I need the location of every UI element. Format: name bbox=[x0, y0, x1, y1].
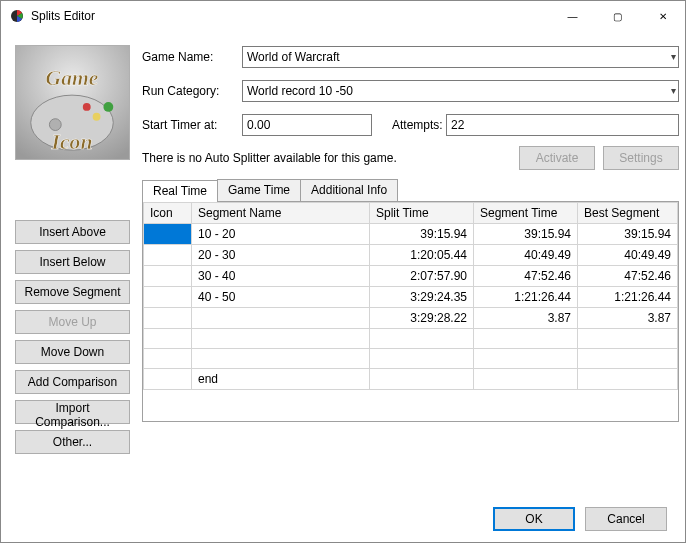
col-icon[interactable]: Icon bbox=[144, 203, 192, 224]
app-icon bbox=[9, 8, 25, 24]
cell-split-time[interactable]: 1:20:05.44 bbox=[370, 245, 474, 266]
maximize-button[interactable]: ▢ bbox=[595, 1, 640, 31]
table-row[interactable]: 20 - 301:20:05.4440:49.4940:49.49 bbox=[144, 245, 678, 266]
cell-segment-name[interactable]: 40 - 50 bbox=[192, 287, 370, 308]
tab-strip: Real Time Game Time Additional Info bbox=[142, 179, 679, 202]
cell-icon[interactable] bbox=[144, 329, 192, 349]
cell-segment-time[interactable]: 39:15.94 bbox=[474, 224, 578, 245]
cell-split-time[interactable]: 3:29:28.22 bbox=[370, 308, 474, 329]
cell-segment-time[interactable]: 1:21:26.44 bbox=[474, 287, 578, 308]
svg-text:Game: Game bbox=[46, 66, 99, 90]
settings-button: Settings bbox=[603, 146, 679, 170]
table-row[interactable] bbox=[144, 349, 678, 369]
remove-segment-button[interactable]: Remove Segment bbox=[15, 280, 130, 304]
cell-segment-time[interactable]: 40:49.49 bbox=[474, 245, 578, 266]
move-up-button: Move Up bbox=[15, 310, 130, 334]
table-row[interactable]: 3:29:28.223.873.87 bbox=[144, 308, 678, 329]
cell-icon[interactable] bbox=[144, 245, 192, 266]
activate-button: Activate bbox=[519, 146, 595, 170]
cell-split-time[interactable]: 39:15.94 bbox=[370, 224, 474, 245]
col-best-segment[interactable]: Best Segment bbox=[578, 203, 678, 224]
autosplitter-message: There is no Auto Splitter available for … bbox=[142, 151, 511, 165]
minimize-button[interactable]: — bbox=[550, 1, 595, 31]
col-split-time[interactable]: Split Time bbox=[370, 203, 474, 224]
cell-split-time[interactable] bbox=[370, 369, 474, 390]
tab-additional-info[interactable]: Additional Info bbox=[300, 179, 398, 201]
cell-segment-name[interactable]: 10 - 20 bbox=[192, 224, 370, 245]
segments-grid[interactable]: Icon Segment Name Split Time Segment Tim… bbox=[142, 202, 679, 422]
cell-best-segment[interactable]: 3.87 bbox=[578, 308, 678, 329]
start-timer-label: Start Timer at: bbox=[142, 118, 242, 132]
game-name-combo[interactable]: World of Warcraft ▾ bbox=[242, 46, 679, 68]
cell-split-time[interactable]: 2:07:57.90 bbox=[370, 266, 474, 287]
table-row[interactable]: end bbox=[144, 369, 678, 390]
chevron-down-icon: ▾ bbox=[671, 85, 676, 96]
cell-best-segment[interactable]: 47:52.46 bbox=[578, 266, 678, 287]
game-name-label: Game Name: bbox=[142, 50, 242, 64]
insert-above-button[interactable]: Insert Above bbox=[15, 220, 130, 244]
svg-point-4 bbox=[93, 113, 101, 121]
cell-segment-time[interactable]: 47:52.46 bbox=[474, 266, 578, 287]
run-category-combo[interactable]: World record 10 -50 ▾ bbox=[242, 80, 679, 102]
cell-icon[interactable] bbox=[144, 287, 192, 308]
cell-segment-name[interactable]: 20 - 30 bbox=[192, 245, 370, 266]
table-row[interactable] bbox=[144, 329, 678, 349]
table-row[interactable]: 10 - 2039:15.9439:15.9439:15.94 bbox=[144, 224, 678, 245]
game-icon-placeholder[interactable]: Game Icon bbox=[15, 45, 130, 160]
cell-segment-time[interactable]: 3.87 bbox=[474, 308, 578, 329]
dialog-footer: OK Cancel bbox=[1, 496, 685, 542]
attempts-input[interactable] bbox=[446, 114, 679, 136]
cell-best-segment[interactable]: 39:15.94 bbox=[578, 224, 678, 245]
cell-split-time[interactable] bbox=[370, 349, 474, 369]
cancel-button[interactable]: Cancel bbox=[585, 507, 667, 531]
cell-best-segment[interactable] bbox=[578, 369, 678, 390]
window-title: Splits Editor bbox=[31, 9, 550, 23]
chevron-down-icon: ▾ bbox=[671, 51, 676, 62]
cell-segment-name[interactable]: end bbox=[192, 369, 370, 390]
table-row[interactable]: 30 - 402:07:57.9047:52.4647:52.46 bbox=[144, 266, 678, 287]
attempts-label: Attempts: bbox=[372, 118, 446, 132]
cell-segment-name[interactable]: 30 - 40 bbox=[192, 266, 370, 287]
svg-point-3 bbox=[49, 119, 61, 131]
cell-segment-name[interactable] bbox=[192, 329, 370, 349]
move-down-button[interactable]: Move Down bbox=[15, 340, 130, 364]
cell-best-segment[interactable] bbox=[578, 349, 678, 369]
cell-icon[interactable] bbox=[144, 266, 192, 287]
svg-point-6 bbox=[83, 103, 91, 111]
cell-best-segment[interactable] bbox=[578, 329, 678, 349]
cell-best-segment[interactable]: 1:21:26.44 bbox=[578, 287, 678, 308]
svg-text:Icon: Icon bbox=[51, 130, 93, 154]
tab-real-time[interactable]: Real Time bbox=[142, 180, 218, 202]
cell-split-time[interactable] bbox=[370, 329, 474, 349]
close-button[interactable]: ✕ bbox=[640, 1, 685, 31]
other-button[interactable]: Other... bbox=[15, 430, 130, 454]
cell-segment-time[interactable] bbox=[474, 329, 578, 349]
cell-segment-time[interactable] bbox=[474, 349, 578, 369]
cell-best-segment[interactable]: 40:49.49 bbox=[578, 245, 678, 266]
ok-button[interactable]: OK bbox=[493, 507, 575, 531]
cell-icon[interactable] bbox=[144, 224, 192, 245]
cell-split-time[interactable]: 3:29:24.35 bbox=[370, 287, 474, 308]
add-comparison-button[interactable]: Add Comparison bbox=[15, 370, 130, 394]
cell-icon[interactable] bbox=[144, 349, 192, 369]
cell-segment-name[interactable] bbox=[192, 308, 370, 329]
col-segment-time[interactable]: Segment Time bbox=[474, 203, 578, 224]
start-timer-input[interactable] bbox=[242, 114, 372, 136]
col-segment-name[interactable]: Segment Name bbox=[192, 203, 370, 224]
svg-point-5 bbox=[103, 102, 113, 112]
tab-game-time[interactable]: Game Time bbox=[217, 179, 301, 201]
run-category-label: Run Category: bbox=[142, 84, 242, 98]
import-comparison-button[interactable]: Import Comparison... bbox=[15, 400, 130, 424]
table-row[interactable]: 40 - 503:29:24.351:21:26.441:21:26.44 bbox=[144, 287, 678, 308]
cell-segment-time[interactable] bbox=[474, 369, 578, 390]
cell-icon[interactable] bbox=[144, 308, 192, 329]
cell-icon[interactable] bbox=[144, 369, 192, 390]
cell-segment-name[interactable] bbox=[192, 349, 370, 369]
titlebar: Splits Editor — ▢ ✕ bbox=[1, 1, 685, 31]
insert-below-button[interactable]: Insert Below bbox=[15, 250, 130, 274]
